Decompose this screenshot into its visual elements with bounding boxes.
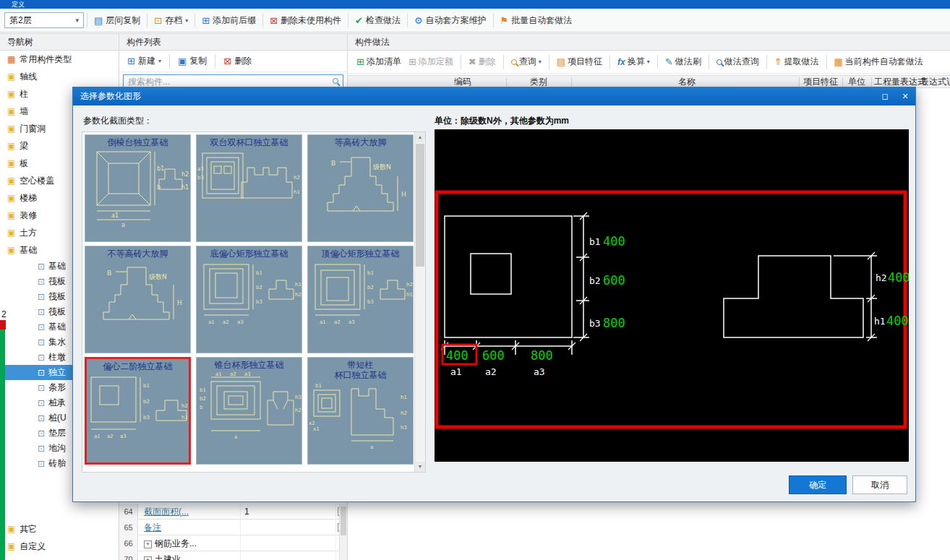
convert-button[interactable]: fx 换算 ▾ (615, 53, 653, 71)
svg-text:h1: h1 (181, 415, 188, 421)
section-type-label: 参数化截面类型： (83, 115, 153, 127)
archive-button[interactable]: ⊡ 存档 ▾ (150, 12, 192, 30)
close-icon[interactable]: ✕ (895, 87, 915, 105)
svg-text:600: 600 (482, 348, 505, 363)
toolbar-separator (348, 13, 348, 27)
component-list-toolbar: ⊞ 新建 ▾ ▣ 复制 ⊠ 删除 (119, 51, 347, 72)
nav-item-common-types[interactable]: ▦ 常用构件类型 (0, 51, 119, 68)
svg-text:h1: h1 (295, 282, 301, 288)
query-button[interactable]: 查询 ▾ (508, 53, 544, 71)
extract-icon: ⇑ (774, 57, 782, 66)
new-icon: ⊞ (127, 56, 135, 66)
slab-icon: ▣ (7, 159, 15, 168)
thumb-drawing: a1 a2 a3 b1 b2 b h3 h2 a (197, 370, 301, 457)
scroll-down-icon[interactable]: ▼ (415, 462, 425, 472)
batch-auto-apply-button[interactable]: ⚑ 批量自动套做法 (497, 12, 576, 30)
wall-icon: ▣ (7, 107, 15, 116)
nav-item-others[interactable]: ▣ 其它 (0, 520, 119, 538)
cancel-button[interactable]: 取消 (852, 475, 907, 494)
delete-unused-components-button[interactable]: ⊠ 删除未使用构件 (266, 12, 345, 30)
svg-text:b2: b2 (200, 396, 206, 402)
auto-scheme-maintenance-button[interactable]: ⚙ 自动套方案维护 (411, 12, 490, 30)
add-list-button[interactable]: ⊞ 添加清单 (354, 53, 404, 71)
search-input[interactable] (124, 77, 343, 87)
child-icon: ⊡ (38, 293, 45, 301)
delete-method-button[interactable]: ✖ 删除 (466, 53, 499, 71)
svg-text:400: 400 (603, 234, 625, 249)
svg-text:h2: h2 (181, 171, 189, 178)
decoration-icon: ▣ (7, 211, 15, 220)
scrollbar-thumb[interactable] (416, 144, 424, 267)
scroll-up-icon[interactable]: ▲ (415, 132, 425, 142)
custom-icon: ▣ (7, 542, 15, 551)
restore-icon[interactable]: ◻ (875, 87, 895, 105)
ok-button[interactable]: 确定 (789, 475, 847, 494)
thumb-eccentric-two-step-foundation[interactable]: 偏心二阶独立基础 b1 b2 b3 h2 h1 (85, 357, 191, 465)
thumb-short-column-cup-foundation[interactable]: 带短柱 杯口独立基础 b1 x2 x1 h1 h2 (307, 357, 414, 465)
method-brush-button[interactable]: ✎ 做法刷 (662, 53, 704, 71)
chevron-down-icon: ▾ (158, 58, 161, 64)
copy-between-floors-button[interactable]: ▤ 层间复制 (90, 12, 144, 30)
thumb-equal-brick-footing[interactable]: 等高砖大放脚 B 级数N H (307, 134, 414, 242)
expand-icon[interactable]: + (144, 540, 152, 548)
svg-text:h3: h3 (295, 395, 301, 400)
hollow-floor-icon: ▣ (7, 176, 15, 185)
stairs-icon: ▣ (7, 194, 15, 202)
svg-text:b2: b2 (367, 285, 374, 290)
child-icon: ⊡ (38, 384, 45, 392)
auto-apply-current-button[interactable]: ▦ 当前构件自动套做法 (831, 53, 926, 71)
nav-item-axis[interactable]: ▣ 轴线 (0, 68, 119, 85)
add-quota-button[interactable]: ⊞ 添加定额 (406, 53, 456, 71)
child-icon: ⊡ (38, 369, 45, 377)
svg-text:h1: h1 (401, 395, 407, 400)
svg-text:h1: h1 (406, 292, 413, 298)
add-prefix-suffix-button[interactable]: ⊞ 添加前后缀 (198, 12, 260, 30)
window-title: 定义 (12, 1, 25, 8)
toolbar-separator (766, 55, 767, 69)
gear-icon: ⚙ (414, 16, 423, 25)
child-icon: ⊡ (38, 323, 45, 332)
svg-text:b1: b1 (315, 383, 322, 389)
svg-text:a: a (234, 434, 237, 440)
new-component-button[interactable]: ⊞ 新建 ▾ (124, 52, 165, 70)
thumb-top-eccentric-foundation[interactable]: 顶偏心矩形独立基础 b1 b2 b3 h2 (307, 246, 414, 353)
highlight-rect-main (437, 192, 905, 427)
thumb-cone-cup-foundation[interactable]: 锥台杯形独立基础 a1 a2 a3 (196, 357, 302, 465)
others-icon: ▣ (7, 525, 15, 533)
feature-icon: ▤ (557, 57, 565, 66)
svg-text:级数N: 级数N (149, 273, 167, 280)
search-icon (716, 59, 722, 65)
dialog-title: 选择参数化图形 (80, 90, 141, 103)
toolbar-separator (407, 13, 408, 27)
delete-component-button[interactable]: ⊠ 删除 (220, 52, 255, 70)
svg-text:a2: a2 (485, 366, 497, 377)
floor-selector[interactable]: 第2层 ▾ (4, 12, 84, 28)
thumb-unequal-brick-footing[interactable]: 不等高砖大放脚 B 级数N H (85, 246, 191, 353)
svg-text:h2: h2 (406, 282, 413, 288)
svg-text:b3: b3 (197, 175, 204, 181)
nav-item-custom[interactable]: ▣ 自定义 (0, 538, 119, 555)
property-grid-scrollbar[interactable] (339, 504, 347, 560)
svg-text:800: 800 (531, 348, 553, 363)
thumb-drawing: B 级数N H (308, 147, 413, 234)
add-prefix-icon: ⊞ (202, 16, 210, 25)
method-query-button[interactable]: 做法查询 (714, 53, 762, 71)
svg-text:H: H (177, 299, 182, 306)
svg-text:a: a (370, 444, 373, 450)
check-methods-button[interactable]: ✔ 检查做法 (351, 12, 404, 30)
expand-icon[interactable]: + (144, 556, 152, 560)
thumb-double-cup-foundation[interactable]: 双台双杯口独立基础 a3 b3 h2 h1 (196, 134, 302, 242)
brush-icon: ✎ (665, 57, 673, 66)
thumb-bottom-eccentric-foundation[interactable]: 底偏心矩形独立基础 b1 b2 b3 h1 (196, 246, 302, 353)
extract-method-button[interactable]: ⇑ 提取做法 (771, 53, 822, 71)
child-icon: ⊡ (38, 429, 45, 438)
svg-text:a3: a3 (237, 319, 244, 325)
parametric-graphic-dialog: 选择参数化图形 ◻ ✕ 参数化截面类型： 单位：除级数N外，其他参数为mm 倒棱… (72, 87, 916, 502)
toolbar-separator (461, 55, 461, 69)
svg-text:400: 400 (888, 270, 909, 285)
thumb-inverted-prism-foundation[interactable]: 倒棱台独立基础 b1 b h2 (85, 134, 191, 242)
svg-text:h2: h2 (181, 403, 188, 409)
copy-component-button[interactable]: ▣ 复制 (174, 52, 210, 70)
project-feature-button[interactable]: ▤ 项目特征 (554, 53, 605, 71)
thumbnail-scrollbar[interactable]: ▲ ▼ (414, 132, 425, 472)
